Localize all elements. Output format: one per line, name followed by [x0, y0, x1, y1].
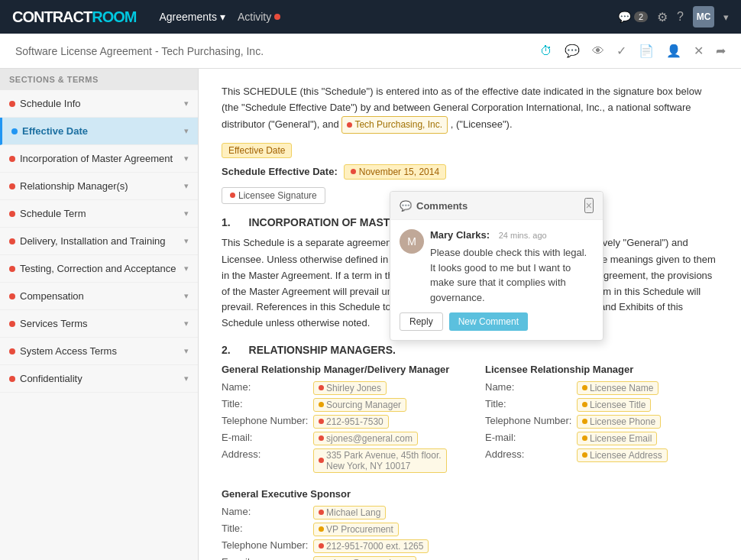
document-icon[interactable]: 📄 [639, 44, 654, 58]
comment-author-row: M Mary Clarks: 24 mins. ago Please doubl… [400, 229, 594, 305]
sidebar-item-services-terms[interactable]: Services Terms ▾ [0, 310, 198, 338]
sidebar-item-compensation[interactable]: Compensation ▾ [0, 283, 198, 310]
general-email-tag[interactable]: sjones@general.com [313, 432, 418, 445]
comment-icon[interactable]: 💬 [565, 44, 580, 58]
commenter-avatar: M [400, 229, 424, 254]
nav-links: Agreements ▾ Activity [159, 11, 280, 23]
general-name-tag[interactable]: Shirley Jones [313, 381, 387, 395]
content-area: This SCHEDULE (this "Schedule") is enter… [199, 69, 741, 560]
licensee-signature-button[interactable]: Licensee Signature [222, 187, 325, 204]
licensee-address-row: Address: Licensee Address [485, 448, 718, 462]
comment-timestamp: 24 mins. ago [499, 231, 547, 240]
effective-date-tag: Effective Date [222, 143, 292, 158]
dot-icon [9, 211, 15, 217]
dot-icon [9, 266, 15, 272]
sponsor-phone-row: Telephone Number: 212-951-7000 ext. 1265 [222, 539, 718, 553]
licensee-title-field[interactable]: Licensee Title [577, 398, 651, 412]
chevron-icon: ▾ [184, 154, 189, 163]
chevron-icon: ▾ [184, 319, 189, 329]
dot-icon [9, 321, 15, 327]
new-comment-button[interactable]: New Comment [449, 312, 528, 331]
reply-button[interactable]: Reply [400, 312, 443, 331]
comment-title: 💬 Comments [400, 200, 468, 212]
licensee-name-row: Name: Licensee Name [485, 381, 718, 395]
licensee-email-field[interactable]: Licensee Email [577, 432, 657, 445]
activity-dot [274, 14, 280, 20]
chevron-down-icon: ▾ [220, 11, 225, 23]
sidebar-item-testing[interactable]: Testing, Correction and Acceptance ▾ [0, 255, 198, 283]
sidebar-item-schedule-term[interactable]: Schedule Term ▾ [0, 200, 198, 228]
logo-accent: ROOM [92, 8, 136, 25]
licensee-phone-field[interactable]: Licensee Phone [577, 415, 661, 429]
dot-icon [11, 128, 18, 134]
schedule-date-label: Schedule Effective Date: [222, 166, 338, 177]
user-icon[interactable]: 👤 [666, 44, 681, 58]
settings-icon[interactable]: ⚙ [657, 10, 668, 24]
sponsor-name-tag[interactable]: Michael Lang [313, 506, 386, 520]
dot-icon [319, 526, 324, 532]
close-icon[interactable]: ✕ [694, 44, 704, 58]
dot-icon [9, 293, 15, 299]
chat-icon: 💬 [618, 11, 631, 23]
chevron-icon: ▾ [184, 236, 189, 246]
help-icon[interactable]: ? [677, 10, 684, 24]
share-icon[interactable]: ➦ [716, 44, 726, 58]
check-icon[interactable]: ✓ [616, 44, 626, 58]
comment-actions: Reply New Comment [400, 312, 594, 331]
comment-author-name: Mary Clarks: [430, 229, 490, 241]
top-navigation: CONTRACTROOM Agreements ▾ Activity 💬 2 ⚙… [0, 0, 741, 34]
general-phone-tag[interactable]: 212-951-7530 [313, 415, 389, 429]
sidebar-item-system-access[interactable]: System Access Terms ▾ [0, 338, 198, 365]
sponsor-phone-tag[interactable]: 212-951-7000 ext. 1265 [313, 539, 429, 553]
user-avatar[interactable]: MC [693, 6, 714, 28]
effective-date-value[interactable]: November 15, 2014 [344, 164, 446, 180]
chevron-icon: ▾ [184, 126, 189, 136]
logo: CONTRACTROOM [12, 8, 136, 26]
general-address-tag[interactable]: 335 Park Avenue, 45th floor.New York, NY… [313, 448, 447, 473]
sponsor-heading: General Executive Sponsor [222, 488, 718, 500]
dot-icon [9, 376, 15, 382]
sponsor-email-tag[interactable]: mlang@general.com [313, 556, 416, 560]
sponsor-title-tag[interactable]: VP Procurement [313, 523, 399, 536]
view-icon[interactable]: 👁 [592, 44, 604, 58]
comment-text: Please double check this with legal. It … [430, 245, 594, 305]
timer-icon[interactable]: ⏱ [540, 44, 552, 58]
sidebar-item-delivery[interactable]: Delivery, Installation and Training ▾ [0, 228, 198, 255]
general-rm-heading: General Relationship Manager/Delivery Ma… [222, 364, 455, 375]
chat-button[interactable]: 💬 2 [618, 11, 648, 23]
licensee-rm-col: Licensee Relationship Manager Name: Lice… [485, 364, 718, 476]
sidebar-item-confidentiality[interactable]: Confidentiality ▾ [0, 365, 198, 393]
dot-icon [230, 193, 235, 198]
nav-agreements[interactable]: Agreements ▾ [159, 11, 225, 23]
chevron-icon: ▾ [184, 209, 189, 218]
comment-popup: 💬 Comments × M Mary Clarks: 24 mins. ago… [390, 191, 603, 341]
nav-activity[interactable]: Activity [238, 11, 280, 23]
dot-icon [319, 385, 324, 390]
sidebar-item-relationship-managers[interactable]: Relationship Manager(s) ▾ [0, 173, 198, 200]
general-email-row: E-mail: sjones@general.com [222, 432, 455, 445]
licensee-email-row: E-mail: Licensee Email [485, 432, 718, 445]
sidebar-item-incorporation[interactable]: Incorporation of Master Agreement ▾ [0, 145, 198, 173]
dot-icon [9, 183, 15, 189]
dot-icon [582, 452, 587, 458]
main-layout: SECTIONS & TERMS Schedule Info ▾ Effecti… [0, 69, 741, 560]
dot-icon [582, 419, 587, 424]
dot-icon [347, 122, 352, 128]
comment-close-button[interactable]: × [584, 198, 594, 213]
licensee-name-field[interactable]: Licensee Name [577, 381, 658, 395]
comment-header: 💬 Comments × [390, 192, 603, 220]
dot-icon [351, 169, 356, 174]
sponsor-title-row: Title: VP Procurement [222, 523, 718, 536]
nav-right: 💬 2 ⚙ ? MC ▾ [618, 6, 729, 28]
general-title-tag[interactable]: Sourcing Manager [313, 398, 406, 412]
sidebar-item-schedule-info[interactable]: Schedule Info ▾ [0, 90, 198, 118]
sidebar-item-effective-date[interactable]: Effective Date ▾ [0, 118, 198, 145]
licensee-title-row: Title: Licensee Title [485, 398, 718, 412]
dot-icon [582, 435, 587, 441]
licensee-address-field[interactable]: Licensee Address [577, 448, 668, 462]
dot-icon [9, 156, 15, 162]
executive-sponsor-section: General Executive Sponsor Name: Michael … [222, 488, 718, 560]
subheader: Software License Agreement - Tech Purcha… [0, 34, 741, 69]
dot-icon [319, 458, 324, 463]
sidebar: SECTIONS & TERMS Schedule Info ▾ Effecti… [0, 69, 199, 560]
